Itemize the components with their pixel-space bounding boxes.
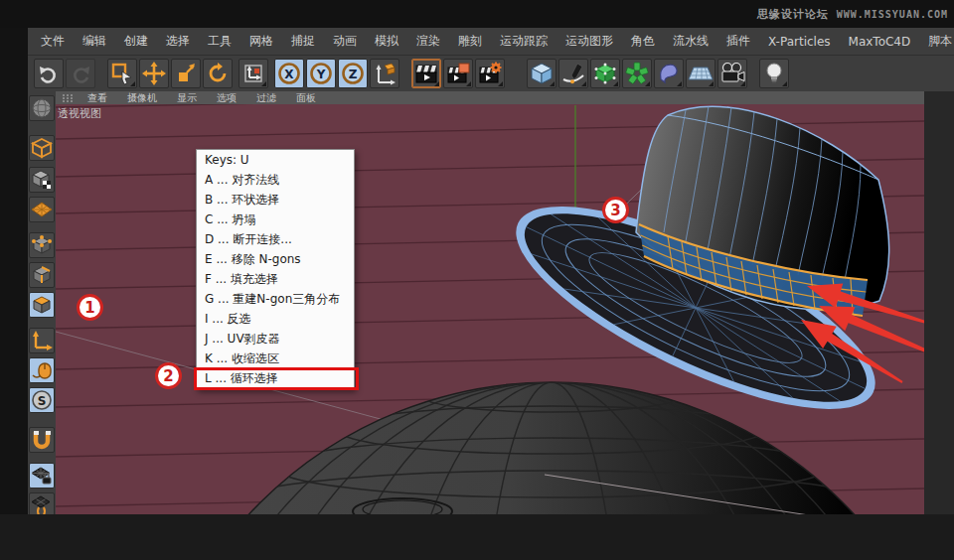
- texture-mode-icon: [31, 199, 53, 220]
- mouse-tool[interactable]: [29, 357, 55, 383]
- deformer-button[interactable]: [654, 59, 684, 88]
- menu-file[interactable]: 文件: [32, 33, 74, 50]
- svg-text:S: S: [38, 394, 47, 408]
- make-editable-tool[interactable]: [29, 135, 55, 161]
- window-left-edge: [0, 0, 28, 560]
- subdiv-cube-icon: [593, 62, 617, 85]
- menu-script[interactable]: 脚本: [919, 33, 954, 50]
- menu-simulate[interactable]: 模拟: [366, 33, 407, 50]
- watermark-site-url: WWW.MISSYUAN.COM: [837, 9, 948, 20]
- workplane-lock-tool[interactable]: [29, 463, 55, 489]
- menu-mograph[interactable]: 运动图形: [556, 33, 622, 50]
- floor-icon: [688, 62, 714, 85]
- window-right-edge: [924, 91, 954, 514]
- model-mode-tool[interactable]: [29, 167, 55, 193]
- vp-menu-options[interactable]: 选项: [207, 91, 246, 105]
- menu-maxtoc4d[interactable]: MaxToC4D: [840, 35, 920, 49]
- mograph-cloner-button[interactable]: [622, 59, 652, 88]
- live-selection-button[interactable]: [107, 59, 137, 88]
- axis-mode-tool[interactable]: [29, 328, 55, 353]
- floor-button[interactable]: [686, 59, 716, 88]
- viewport-scene: [56, 104, 924, 514]
- main-toolbar: X Y Z: [28, 56, 954, 91]
- move-button[interactable]: [139, 59, 169, 88]
- popup-item-uv-peeler[interactable]: J ... UV剥皮器: [197, 329, 354, 349]
- shortcut-popup-menu: Keys: U A ... 对齐法线 B ... 环状选择 C ... 坍塌 D…: [196, 149, 355, 389]
- lock-z-axis-button[interactable]: Z: [338, 59, 368, 88]
- popup-title: Keys: U: [197, 150, 354, 170]
- menu-mesh[interactable]: 网格: [240, 33, 282, 50]
- popup-item-align-normals[interactable]: A ... 对齐法线: [197, 170, 354, 190]
- cloner-icon: [625, 62, 649, 85]
- camera-button[interactable]: [717, 59, 747, 88]
- polygon-mode-icon: [31, 294, 53, 316]
- menu-render[interactable]: 渲染: [407, 33, 449, 50]
- selection-icon: [110, 62, 134, 85]
- light-button[interactable]: [759, 59, 789, 88]
- tool-history-icon: [241, 62, 265, 85]
- scale-icon: [174, 62, 198, 85]
- workplane-lock-icon: [31, 465, 53, 487]
- polygon-mode-tool[interactable]: [29, 292, 55, 318]
- viewport-3d[interactable]: [56, 104, 924, 514]
- menu-pipeline[interactable]: 流水线: [664, 33, 717, 50]
- annotation-circle-2: 2: [155, 362, 182, 389]
- y-axis-icon: Y: [308, 61, 334, 86]
- texture-ball-icon: [31, 97, 53, 119]
- vp-menu-panel[interactable]: 面板: [286, 91, 326, 105]
- menu-create[interactable]: 创建: [115, 33, 157, 50]
- popup-item-shrink-selection[interactable]: K ... 收缩选区: [197, 349, 354, 368]
- rotate-button[interactable]: [203, 59, 233, 88]
- menu-select[interactable]: 选择: [157, 33, 199, 50]
- texture-mode-tool[interactable]: [29, 197, 55, 222]
- menu-xparticles[interactable]: X-Particles: [759, 35, 840, 49]
- scale-button[interactable]: [171, 59, 201, 88]
- x-axis-icon: X: [276, 61, 302, 86]
- snap-tool[interactable]: S: [29, 387, 55, 413]
- vp-menu-view[interactable]: 查看: [78, 91, 117, 105]
- popup-item-retriangulate[interactable]: G ... 重建N-gon三角分布: [197, 289, 354, 309]
- lock-y-axis-button[interactable]: Y: [306, 59, 336, 88]
- redo-button[interactable]: [66, 59, 95, 88]
- last-tool-button[interactable]: [238, 59, 268, 88]
- viewport-grip-icon[interactable]: [62, 93, 76, 102]
- spline-pen-button[interactable]: [558, 59, 588, 88]
- svg-text:Y: Y: [316, 68, 326, 81]
- render-settings-button[interactable]: [475, 59, 505, 88]
- vp-menu-filter[interactable]: 过滤: [246, 91, 286, 105]
- menu-plugins[interactable]: 插件: [717, 33, 759, 50]
- coordinate-system-button[interactable]: [370, 59, 399, 88]
- point-mode-tool[interactable]: [29, 232, 55, 258]
- window-bottom-edge: [0, 514, 954, 560]
- popup-item-remove-ngons[interactable]: E ... 移除 N-gons: [197, 249, 354, 269]
- menu-character[interactable]: 角色: [622, 33, 664, 50]
- primitive-cube-button[interactable]: [527, 59, 556, 88]
- menu-animate[interactable]: 动画: [324, 33, 366, 50]
- popup-item-collapse[interactable]: C ... 坍塌: [197, 210, 354, 229]
- menu-tools[interactable]: 工具: [199, 33, 240, 50]
- menu-edit[interactable]: 编辑: [74, 33, 115, 50]
- lock-x-axis-button[interactable]: X: [274, 59, 304, 88]
- texture-ball-tool[interactable]: [29, 95, 55, 121]
- render-view-button[interactable]: [411, 59, 441, 88]
- vp-menu-display[interactable]: 显示: [167, 91, 207, 105]
- menu-snap[interactable]: 捕捉: [282, 33, 324, 50]
- subdivision-surface-button[interactable]: [590, 59, 620, 88]
- magnet-tool[interactable]: [29, 427, 55, 453]
- popup-item-fill-selection[interactable]: F ... 填充选择: [197, 269, 354, 289]
- menu-sculpt[interactable]: 雕刻: [449, 33, 491, 50]
- render-region-icon: [446, 62, 470, 85]
- menu-motion-tracker[interactable]: 运动跟踪: [491, 33, 556, 50]
- light-bulb-icon: [763, 62, 785, 85]
- undo-button[interactable]: [34, 59, 64, 88]
- viewport-menubar: 查看 摄像机 显示 选项 过滤 面板: [56, 91, 924, 104]
- vp-menu-camera[interactable]: 摄像机: [117, 91, 167, 105]
- snap-icon: S: [31, 389, 53, 411]
- render-region-button[interactable]: [443, 59, 473, 88]
- watermark-site-name: 思缘设计论坛: [757, 7, 829, 22]
- popup-item-disconnect[interactable]: D ... 断开连接...: [197, 229, 354, 249]
- popup-item-ring-selection[interactable]: B ... 环状选择: [197, 190, 354, 210]
- edge-mode-tool[interactable]: [29, 262, 55, 288]
- popup-item-invert-selection[interactable]: I ... 反选: [197, 309, 354, 329]
- quantize-icon: [31, 494, 53, 516]
